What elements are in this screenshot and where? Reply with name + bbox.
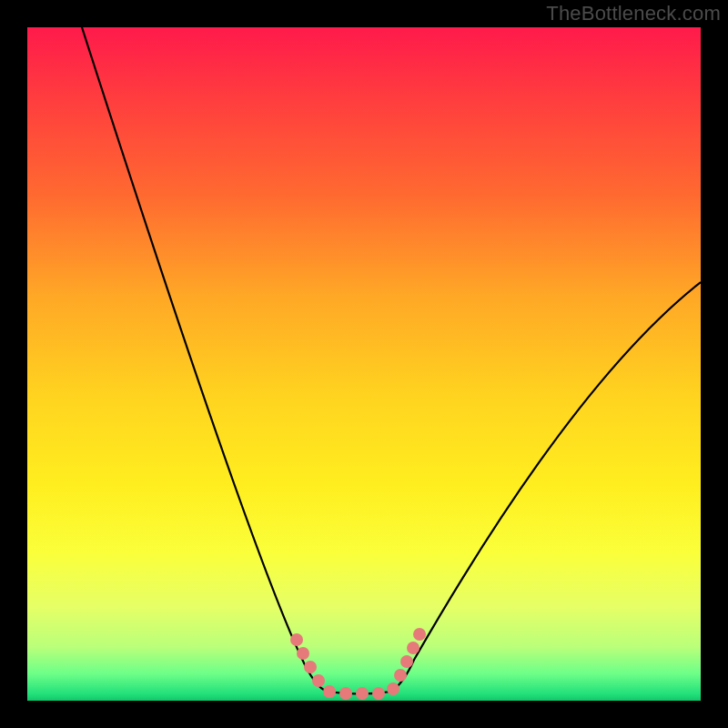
svg-point-8 bbox=[387, 682, 399, 695]
svg-point-11 bbox=[407, 642, 420, 654]
chart-frame: TheBottleneck.com bbox=[0, 0, 728, 728]
plot-area bbox=[27, 27, 701, 701]
svg-point-9 bbox=[394, 669, 407, 682]
svg-point-12 bbox=[413, 628, 426, 641]
svg-point-1 bbox=[297, 647, 309, 660]
svg-point-6 bbox=[356, 687, 369, 700]
svg-point-2 bbox=[304, 661, 317, 673]
svg-point-4 bbox=[323, 685, 336, 698]
svg-point-7 bbox=[372, 687, 385, 700]
watermark-text: TheBottleneck.com bbox=[546, 2, 721, 25]
valley-markers bbox=[290, 628, 426, 700]
svg-point-10 bbox=[400, 655, 413, 668]
svg-point-0 bbox=[290, 633, 303, 646]
left-curve bbox=[82, 27, 328, 692]
svg-point-5 bbox=[339, 687, 352, 700]
right-curve bbox=[391, 282, 701, 692]
curve-layer bbox=[27, 27, 701, 701]
svg-point-3 bbox=[312, 674, 325, 687]
